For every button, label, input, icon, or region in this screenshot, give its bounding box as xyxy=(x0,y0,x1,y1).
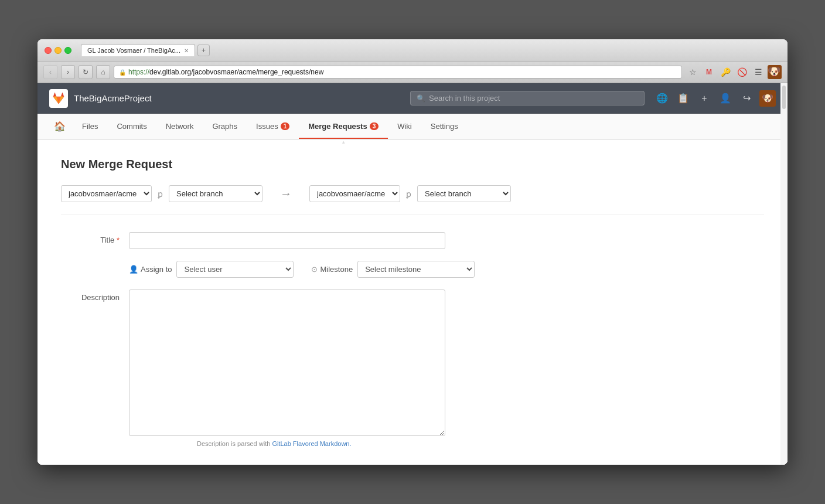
description-row: Description Description is parsed with G… xyxy=(61,290,764,447)
app-header: TheBigAcmeProject 🔍 🌐 📋 + 👤 ↪ 🐶 xyxy=(38,83,788,114)
sidebar-item-network[interactable]: Network xyxy=(156,115,203,139)
browser-window: GL Jacob Vosmaer / TheBigAc... ✕ + ‹ › ↻… xyxy=(38,39,788,465)
scrollbar[interactable] xyxy=(780,83,788,465)
address-bar: ‹ › ↻ ⌂ 🔒 https://dev.gitlab.org/jacobvo… xyxy=(38,62,788,83)
user-icon: 👤 xyxy=(129,265,138,274)
target-repo-select[interactable]: jacobvosmaer/acme xyxy=(309,185,400,202)
markdown-hint: Description is parsed with GitLab Flavor… xyxy=(197,440,445,447)
sidebar-item-commits[interactable]: Commits xyxy=(107,115,156,139)
add-icon[interactable]: + xyxy=(696,90,712,107)
copy-icon[interactable]: 📋 xyxy=(675,90,691,107)
address-input[interactable]: 🔒 https://dev.gitlab.org/jacobvosmaer/ac… xyxy=(114,66,682,79)
branch-selector-row: jacobvosmaer/acme ꝑ Select branch → jaco… xyxy=(61,185,764,214)
scrollbar-thumb xyxy=(782,86,786,109)
target-branch-select[interactable]: Select branch xyxy=(417,185,511,202)
target-branch-icon: ꝑ xyxy=(406,189,411,199)
maximize-button[interactable] xyxy=(64,47,71,54)
description-label: Description xyxy=(61,290,120,302)
lock-icon: 🔒 xyxy=(119,69,126,76)
title-input[interactable] xyxy=(129,232,445,249)
menu-icon[interactable]: ☰ xyxy=(751,65,765,79)
description-container: Description is parsed with GitLab Flavor… xyxy=(129,290,445,447)
mr-badge: 3 xyxy=(370,122,379,130)
gitlab-logo xyxy=(49,89,68,108)
url-rest: dev.gitlab.org/jacobvosmaer/acme/merge_r… xyxy=(149,68,323,76)
assign-left: 👤 Assign to Select user xyxy=(129,261,294,278)
sidebar-item-home[interactable]: 🏠 xyxy=(47,114,73,140)
refresh-button[interactable]: ↻ xyxy=(79,65,93,79)
source-repo-select-wrapper: jacobvosmaer/acme xyxy=(61,185,152,202)
new-tab-button[interactable]: + xyxy=(197,45,210,56)
close-button[interactable] xyxy=(45,47,52,54)
back-button[interactable]: ‹ xyxy=(43,65,57,79)
nav-bar: 🏠 Files Commits Network Graphs Issues 1 … xyxy=(38,114,788,140)
sidebar-item-files[interactable]: Files xyxy=(73,115,107,139)
target-repo-select-wrapper: jacobvosmaer/acme xyxy=(309,185,400,202)
sidebar-item-wiki[interactable]: Wiki xyxy=(388,115,421,139)
title-label: Title xyxy=(61,232,120,244)
tab-close-icon[interactable]: ✕ xyxy=(184,47,189,54)
app-content: TheBigAcmeProject 🔍 🌐 📋 + 👤 ↪ 🐶 🏠 Files xyxy=(38,83,788,465)
header-icons: 🌐 📋 + 👤 ↪ 🐶 xyxy=(654,90,776,107)
source-repo-select[interactable]: jacobvosmaer/acme xyxy=(61,185,152,202)
title-bar: GL Jacob Vosmaer / TheBigAc... ✕ + xyxy=(38,39,788,62)
sidebar-item-merge-requests[interactable]: Merge Requests 3 xyxy=(299,115,388,139)
milestone-icon: ⊙ xyxy=(311,265,318,274)
search-input[interactable] xyxy=(429,94,638,103)
gmail-icon[interactable]: M xyxy=(702,65,716,79)
globe-icon[interactable]: 🌐 xyxy=(654,90,670,107)
markdown-link[interactable]: GitLab Flavored Markdown. xyxy=(272,440,351,447)
description-textarea[interactable] xyxy=(129,290,445,436)
assign-right: ⊙ Milestone Select milestone xyxy=(311,261,475,278)
key-icon[interactable]: 🔑 xyxy=(718,65,732,79)
sidebar-item-graphs[interactable]: Graphs xyxy=(203,115,247,139)
assign-label-spacer xyxy=(61,261,120,264)
url-display: https://dev.gitlab.org/jacobvosmaer/acme… xyxy=(128,68,323,76)
search-box[interactable]: 🔍 xyxy=(410,91,645,105)
sidebar-item-settings[interactable]: Settings xyxy=(421,115,468,139)
source-branch-icon: ꝑ xyxy=(158,189,163,199)
signout-icon[interactable]: ↪ xyxy=(738,90,755,107)
toolbar-icons: ☆ M 🔑 🚫 ☰ 🐶 xyxy=(686,65,782,79)
user-avatar[interactable]: 🐶 xyxy=(768,65,782,79)
search-icon: 🔍 xyxy=(417,94,425,103)
tab-bar: GL Jacob Vosmaer / TheBigAc... ✕ + xyxy=(81,44,780,56)
sidebar-item-issues[interactable]: Issues 1 xyxy=(247,115,299,139)
app-logo: TheBigAcmeProject xyxy=(49,89,152,108)
forward-button[interactable]: › xyxy=(61,65,75,79)
profile-icon[interactable]: 👤 xyxy=(717,90,734,107)
source-branch-select[interactable]: Select branch xyxy=(169,185,262,202)
project-name[interactable]: TheBigAcmeProject xyxy=(74,93,152,103)
arrow-separator: → xyxy=(280,187,292,200)
milestone-select[interactable]: Select milestone xyxy=(357,261,475,278)
page-content: New Merge Request jacobvosmaer/acme ꝑ Se… xyxy=(38,140,788,465)
block-icon[interactable]: 🚫 xyxy=(735,65,749,79)
form-section: Title 👤 Assign to Select user xyxy=(61,232,764,447)
assign-milestone-row: 👤 Assign to Select user ⊙ Milestone xyxy=(129,261,475,278)
title-row: Title xyxy=(61,232,764,249)
tab-title: GL Jacob Vosmaer / TheBigAc... xyxy=(87,47,180,54)
url-https: https:// xyxy=(128,68,149,76)
user-select[interactable]: Select user xyxy=(176,261,294,278)
active-tab[interactable]: GL Jacob Vosmaer / TheBigAc... ✕ xyxy=(81,44,195,56)
minimize-button[interactable] xyxy=(54,47,62,54)
bookmark-icon[interactable]: ☆ xyxy=(686,65,700,79)
assign-row: 👤 Assign to Select user ⊙ Milestone xyxy=(61,261,764,278)
milestone-label: ⊙ Milestone xyxy=(311,265,353,274)
header-avatar[interactable]: 🐶 xyxy=(759,90,776,107)
issues-badge: 1 xyxy=(281,122,290,130)
assign-to-label: 👤 Assign to xyxy=(129,265,172,274)
traffic-lights xyxy=(45,47,71,54)
home-nav-button[interactable]: ⌂ xyxy=(96,65,110,79)
page-title: New Merge Request xyxy=(61,158,764,171)
